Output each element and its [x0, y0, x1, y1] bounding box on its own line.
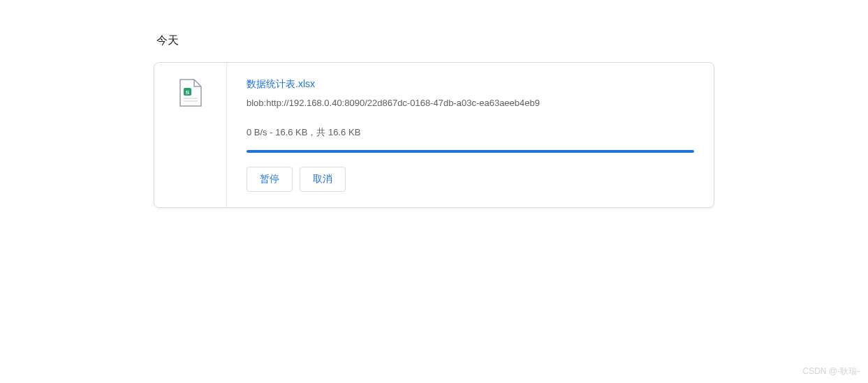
download-progress-bar — [247, 150, 694, 153]
download-file-name[interactable]: 数据统计表.xlsx — [247, 78, 694, 91]
pause-button[interactable]: 暂停 — [247, 167, 293, 192]
download-actions: 暂停 取消 — [247, 167, 694, 192]
download-content: 数据统计表.xlsx blob:http://192.168.0.40:8090… — [227, 63, 714, 207]
spreadsheet-file-icon: S — [179, 78, 203, 107]
section-header-today: 今天 — [154, 33, 714, 48]
svg-text:S: S — [185, 89, 189, 96]
cancel-button[interactable]: 取消 — [300, 167, 346, 192]
file-icon-area: S — [154, 63, 227, 207]
download-progress-fill — [247, 150, 694, 153]
download-progress-text: 0 B/s - 16.6 KB，共 16.6 KB — [247, 126, 694, 139]
download-card: S 数据统计表.xlsx blob:http://192.168.0.40:80… — [154, 62, 714, 208]
download-source-url: blob:http://192.168.0.40:8090/22d867dc-0… — [247, 98, 694, 108]
watermark-text: CSDN @-耿瑞- — [802, 366, 860, 377]
